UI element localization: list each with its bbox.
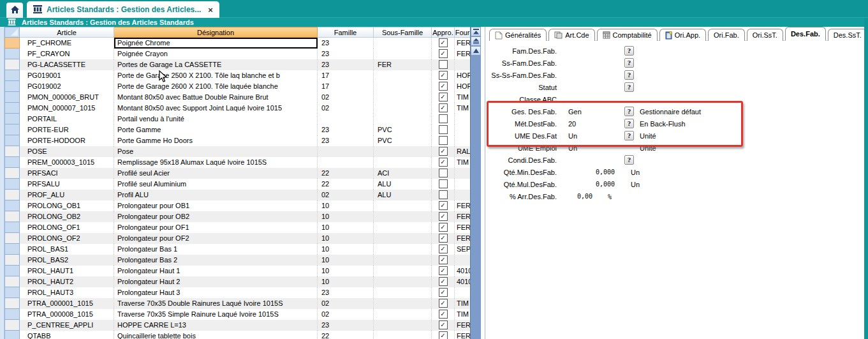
row-selector[interactable] [5, 320, 20, 331]
cell-famille[interactable] [318, 114, 374, 124]
field-value[interactable]: Un [557, 144, 624, 152]
cell-fournisseur[interactable]: TIM [455, 157, 471, 168]
cell-designation[interactable]: Profilé seul Acier [114, 168, 318, 179]
cell-famille[interactable]: 02 [318, 92, 374, 103]
cell-sous-famille[interactable] [374, 266, 432, 276]
cell-article[interactable]: PROL_HAUT1 [20, 266, 114, 276]
appro-checkbox[interactable] [439, 114, 448, 123]
cell-fournisseur[interactable]: TIM [455, 92, 471, 103]
scroll-page-up-button[interactable] [471, 36, 481, 46]
cell-sous-famille[interactable] [374, 49, 432, 59]
cell-sous-famille[interactable]: PVC [374, 135, 432, 146]
cell-designation[interactable]: Montant 80x50 avec Battue Double Rainure… [114, 92, 318, 103]
appro-checkbox[interactable]: ✓ [439, 234, 448, 243]
lookup-button[interactable]: ? [624, 46, 634, 56]
appro-checkbox[interactable] [439, 179, 448, 188]
cell-article[interactable]: PF_CHROME [20, 38, 114, 49]
row-selector[interactable] [5, 309, 20, 320]
column-header-appro[interactable]: Appro. [432, 27, 455, 38]
home-tab[interactable] [6, 3, 23, 18]
cell-article[interactable]: PROL_HAUT2 [20, 276, 114, 287]
cell-article[interactable]: PROLONG_OF1 [20, 222, 114, 233]
cell-sous-famille[interactable] [374, 320, 432, 331]
cell-sous-famille[interactable]: ALU [374, 179, 432, 190]
lookup-button[interactable]: ? [624, 119, 634, 128]
row-selector[interactable] [5, 298, 20, 309]
cell-fournisseur[interactable] [455, 168, 471, 179]
cell-famille[interactable]: 10 [318, 255, 374, 266]
cell-famille[interactable] [318, 146, 374, 157]
tab-ori-app[interactable]: Ori.App. [659, 29, 706, 41]
cell-sous-famille[interactable] [374, 255, 432, 266]
cell-famille[interactable]: 17 [318, 70, 374, 81]
cell-famille[interactable]: 22 [318, 179, 374, 190]
cell-sous-famille[interactable] [374, 276, 432, 287]
cell-sous-famille[interactable] [374, 244, 432, 255]
cell-designation[interactable]: Porte Gamme [114, 124, 318, 135]
cell-fournisseur[interactable]: FER [455, 200, 471, 211]
cell-famille[interactable]: 10 [318, 233, 374, 244]
cell-article[interactable]: P_CENTREE_APPLI [20, 320, 114, 331]
cell-fournisseur[interactable] [455, 255, 471, 266]
close-icon[interactable]: × [208, 5, 213, 15]
cell-sous-famille[interactable] [374, 298, 432, 309]
cell-fournisseur[interactable]: FER [455, 320, 471, 331]
row-selector[interactable] [5, 287, 20, 298]
cell-designation[interactable]: Portail vendu à l'unité [114, 114, 318, 124]
cell-sous-famille[interactable]: ALU [374, 190, 432, 200]
appro-checkbox[interactable]: ✓ [439, 277, 448, 286]
cell-sous-famille[interactable] [374, 81, 432, 92]
scroll-up-button[interactable] [471, 46, 481, 56]
appro-checkbox[interactable]: ✓ [439, 38, 448, 47]
row-selector[interactable] [5, 146, 20, 157]
cell-sous-famille[interactable] [374, 211, 432, 222]
cell-article[interactable]: PF_CRAYON [20, 49, 114, 59]
cell-designation[interactable]: HOPPE CARRE L=13 [114, 320, 318, 331]
cell-designation[interactable]: Remplissage 95x18 Alumax Laqué Ivoire 10… [114, 157, 318, 168]
cell-sous-famille[interactable]: ACI [374, 168, 432, 179]
cell-article[interactable]: PRFSALU [20, 179, 114, 190]
row-selector[interactable] [5, 255, 20, 266]
cell-designation[interactable]: Prolongateur Haut 1 [114, 266, 318, 276]
field-value[interactable]: 0,00 [568, 193, 592, 200]
cell-fournisseur[interactable]: FER [455, 222, 471, 233]
cell-article[interactable]: PROLONG_OF2 [20, 233, 114, 244]
cell-designation[interactable]: Portes de Garage La CASSETTE [114, 59, 318, 70]
lookup-button[interactable]: ? [624, 131, 634, 140]
cell-famille[interactable]: 23 [318, 287, 374, 298]
appro-checkbox[interactable]: ✓ [439, 223, 448, 232]
appro-checkbox[interactable]: ✓ [439, 331, 448, 339]
cell-famille[interactable]: 02 [318, 298, 374, 309]
appro-checkbox[interactable]: ✓ [439, 158, 448, 167]
tab-des-fab[interactable]: Des.Fab. [785, 27, 826, 41]
appro-checkbox[interactable]: ✓ [439, 299, 448, 308]
cell-designation[interactable]: Montant 80x50 avec Support Joint Laqué I… [114, 103, 318, 114]
lookup-button[interactable]: ? [624, 82, 634, 92]
cell-designation[interactable]: Profil ALU [114, 190, 318, 200]
cell-article[interactable]: PTRA_000001_1015 [20, 298, 114, 309]
appro-checkbox[interactable] [439, 190, 448, 199]
tab-ori-sst[interactable]: Ori.SsT. [747, 29, 783, 41]
appro-checkbox[interactable] [439, 125, 448, 134]
cell-fournisseur[interactable]: TIM [455, 298, 471, 309]
cell-famille[interactable]: 23 [318, 49, 374, 59]
row-selector[interactable] [5, 266, 20, 276]
row-selector[interactable] [5, 179, 20, 190]
cell-famille[interactable]: 02 [318, 190, 374, 200]
row-selector[interactable] [5, 92, 20, 103]
appro-checkbox[interactable]: ✓ [439, 71, 448, 80]
tab-des-sst[interactable]: Des.SsT. [828, 29, 867, 41]
cell-famille[interactable]: 23 [318, 320, 374, 331]
cell-article[interactable]: QTABB [20, 331, 114, 339]
cell-article[interactable]: PG-LACASSETTE [20, 59, 114, 70]
row-selector[interactable] [5, 135, 20, 146]
tab-g-n-ralit-s[interactable]: Généralités [489, 29, 547, 41]
cell-fournisseur[interactable]: 4010 [455, 276, 471, 287]
lookup-button[interactable]: ? [624, 70, 634, 80]
cell-fournisseur[interactable] [455, 179, 471, 190]
field-value[interactable]: Gen [557, 108, 624, 116]
cell-sous-famille[interactable] [374, 114, 432, 124]
cell-fournisseur[interactable]: TIM [455, 309, 471, 320]
scroll-first-button[interactable] [471, 27, 481, 36]
cell-fournisseur[interactable] [455, 287, 471, 298]
